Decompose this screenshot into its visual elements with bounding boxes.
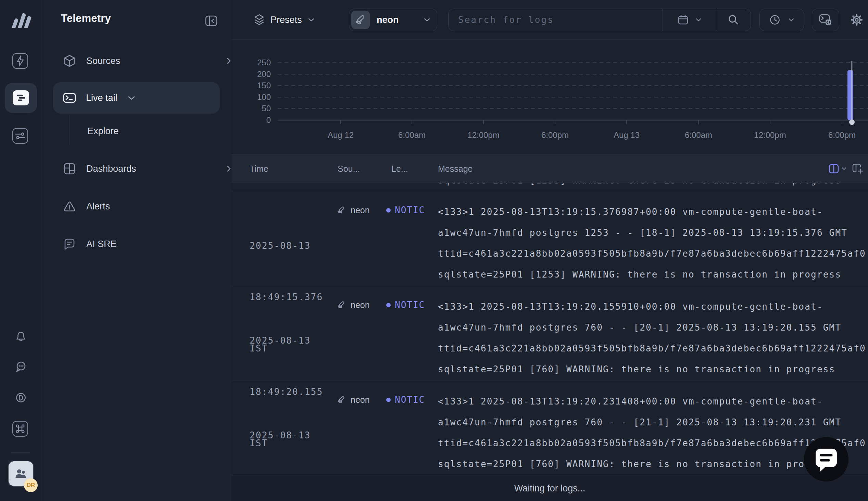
level-dot — [386, 398, 391, 402]
x-axis-labels: Aug 12 6:00am 12:00pm 6:00pm Aug 13 6:00… — [328, 130, 856, 140]
logo[interactable] — [9, 10, 33, 30]
terminal-code-icon — [819, 13, 833, 26]
sliders-icon — [15, 131, 25, 140]
settings-sliders-nav-button[interactable] — [12, 128, 28, 144]
column-header-source[interactable]: Sou... — [338, 154, 360, 183]
add-column-button[interactable] — [851, 163, 864, 174]
sidebar-item-alerts[interactable]: Alerts — [63, 197, 232, 216]
notifications-button[interactable] — [14, 331, 28, 344]
svg-text:12:00pm: 12:00pm — [754, 130, 786, 140]
users-icon — [14, 468, 28, 480]
theme-contrast-button[interactable] — [14, 391, 28, 404]
date-range-button[interactable] — [663, 9, 716, 31]
run-search-button[interactable] — [716, 9, 751, 31]
log-source: neon — [336, 205, 370, 215]
sidebar: Telemetry Sources — [42, 0, 231, 501]
chevron-down-icon — [695, 17, 702, 23]
log-row[interactable]: 2025-08-13 18:49:20.231 IST neon NO — [232, 381, 868, 475]
log-row[interactable]: 2025-08-13 18:49:15.376 IST neon NO — [232, 191, 868, 286]
svg-text:6:00pm: 6:00pm — [541, 130, 569, 140]
calendar-icon — [677, 14, 689, 26]
time-range-button[interactable] — [760, 9, 804, 31]
icon-rail: DR — [0, 0, 42, 501]
command-menu-button[interactable] — [12, 421, 28, 437]
layers-icon — [253, 14, 265, 26]
svg-text:150: 150 — [257, 81, 271, 90]
log-source: neon — [336, 395, 370, 405]
ai-chat-icon — [63, 237, 76, 250]
column-header-message[interactable]: Message — [438, 154, 473, 183]
sidebar-item-ai-sre[interactable]: AI SRE — [63, 234, 232, 254]
quickstart-nav-button[interactable] — [12, 53, 28, 69]
telescope-icon — [336, 395, 347, 405]
log-message: <133>1 2025-08-13T13:19:20.231408+00:00 … — [438, 391, 868, 475]
source-selector[interactable]: neon — [349, 9, 437, 31]
sidebar-item-label: AI SRE — [86, 239, 232, 249]
terminal-icon — [63, 92, 76, 104]
clipped-log-row[interactable]: sqlstate=25P01 [1253] WARNING: there is … — [232, 183, 868, 191]
chevron-right-icon — [225, 57, 232, 65]
avatar-initials-badge: DR — [24, 478, 38, 492]
live-tail-view-button[interactable] — [812, 9, 839, 31]
search-icon — [727, 14, 740, 26]
topbar: Presets neon — [232, 0, 868, 40]
svg-text:200: 200 — [257, 70, 271, 79]
level-dot — [386, 208, 391, 213]
gear-icon — [849, 12, 864, 28]
svg-text:12:00pm: 12:00pm — [467, 130, 499, 140]
chevron-down-icon — [788, 17, 795, 23]
command-icon — [15, 424, 25, 434]
sidebar-item-label: Alerts — [86, 201, 232, 212]
log-row[interactable]: 2025-08-13 18:49:20.155 IST neon NO — [232, 286, 868, 381]
dashboard-icon — [63, 162, 76, 175]
telemetry-app: DR Telemetry Sources — [0, 0, 868, 501]
live-cursor-dot — [849, 119, 855, 125]
sidebar-item-live-tail[interactable]: Live tail — [53, 82, 220, 114]
log-level: NOTIC — [386, 205, 425, 215]
clock-icon — [769, 14, 781, 26]
svg-text:0: 0 — [266, 115, 271, 125]
message-dots-icon — [15, 360, 27, 373]
search-input[interactable] — [448, 9, 663, 31]
log-rows: 2025-08-13 18:49:15.376 IST neon NO — [232, 191, 868, 475]
page-title: Telemetry — [61, 12, 111, 25]
feedback-chat-button[interactable] — [14, 360, 28, 373]
presets-label: Presets — [271, 15, 302, 25]
logs-nav-button[interactable] — [5, 83, 37, 113]
telescope-icon — [351, 11, 370, 29]
columns-layout-button[interactable] — [828, 163, 847, 174]
chevron-down-icon — [423, 17, 431, 23]
level-dot — [386, 303, 391, 307]
log-table-header: Time Sou... Le... Message — [232, 154, 868, 183]
settings-button[interactable] — [849, 12, 864, 28]
svg-text:6:00am: 6:00am — [685, 130, 712, 140]
clipped-log-text: sqlstate=25P01 [1253] WARNING: there is … — [438, 183, 841, 191]
logs-icon — [13, 90, 29, 105]
main-panel: Presets neon — [232, 0, 868, 501]
column-header-level[interactable]: Le... — [391, 154, 408, 183]
sidebar-item-sources[interactable]: Sources — [63, 51, 232, 71]
log-message: <133>1 2025-08-13T13:19:20.155910+00:00 … — [438, 296, 868, 381]
svg-text:6:00pm: 6:00pm — [828, 130, 856, 140]
sidebar-item-explore[interactable]: Explore — [87, 121, 119, 141]
alert-triangle-icon — [63, 200, 76, 213]
collapse-sidebar-button[interactable] — [203, 13, 219, 29]
chevron-down-icon — [127, 94, 136, 101]
chat-widget-button[interactable] — [804, 437, 848, 481]
waiting-text: Waiting for logs... — [514, 483, 585, 494]
column-header-time[interactable]: Time — [250, 154, 268, 183]
svg-text:Aug 12: Aug 12 — [328, 130, 354, 140]
telescope-icon — [336, 300, 347, 310]
log-message: <133>1 2025-08-13T13:19:15.376987+00:00 … — [438, 202, 868, 286]
chat-bubble-icon — [814, 446, 839, 472]
sidebar-item-dashboards[interactable]: Dashboards — [63, 159, 232, 178]
sidebar-item-label: Dashboards — [86, 163, 215, 174]
log-volume-chart[interactable]: 250 200 150 100 50 0 Aug 12 6:00am 12:00… — [232, 40, 868, 154]
log-level: NOTIC — [386, 395, 425, 405]
sidebar-item-label: Sources — [86, 56, 215, 66]
waiting-status-bar: Waiting for logs... — [232, 476, 868, 501]
cube-icon — [63, 54, 76, 67]
chevron-down-icon — [841, 166, 847, 171]
svg-text:Aug 13: Aug 13 — [614, 130, 639, 140]
presets-dropdown[interactable]: Presets — [253, 9, 315, 31]
